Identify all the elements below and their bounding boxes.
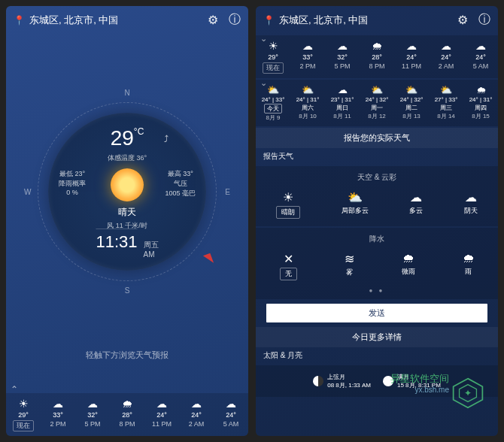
current-temp: 29°C	[111, 126, 144, 150]
low-temp: 最低 23° 降雨概率 0 %	[59, 169, 86, 198]
precip-icon: 🌧	[402, 252, 415, 265]
sky-icon: ☁	[464, 190, 478, 204]
cardinal-e: E	[225, 188, 230, 196]
header: 📍 东城区, 北京市, 中国 ⚙ ⓘ	[256, 6, 498, 34]
daily-item[interactable]: ☁23° | 31°周日8月 11	[325, 84, 360, 122]
hourly-item[interactable]: ☁24°5 AM	[214, 398, 248, 431]
sky-icon: ⛅	[342, 190, 369, 204]
phone-right: 📍 东城区, 北京市, 中国 ⚙ ⓘ ⌄ ☀29°现在☁33°2 PM☁32°5…	[256, 6, 498, 436]
hourly-forecast-left[interactable]: ⌃ ☀29°现在☁33°2 PM☁32°5 PM🌧28°8 PM☁24°11 P…	[6, 393, 248, 436]
hourly-item[interactable]: ☁24°2 AM	[179, 398, 214, 431]
sunmoon-title: 太阳 & 月亮	[256, 347, 498, 364]
daily-section[interactable]: ⌄ ⛅24° | 33°今天8月 9⛅24° | 31°周六8月 10☁23° …	[256, 80, 498, 126]
daily-item[interactable]: ⛅24° | 31°周六8月 10	[290, 84, 325, 122]
hourly-item[interactable]: ☀29°现在	[256, 40, 290, 74]
hourly-section[interactable]: ⌄ ☀29°现在☁33°2 PM☁32°5 PM🌧28°8 PM☁24°11 P…	[256, 35, 498, 78]
sun-icon	[111, 168, 144, 201]
compass-widget: N S E W 29°C ⤴ 体感温度 36° 最低 23° 降雨概率 0 % …	[6, 71, 248, 312]
precip-icon: ≋	[345, 252, 354, 266]
send-button[interactable]: 发送	[266, 304, 487, 322]
report-title: 报告天气	[256, 148, 498, 165]
precip-label: 降水	[256, 234, 498, 244]
weather-icon: ☁	[214, 398, 248, 410]
moon-icon	[313, 376, 323, 386]
precip-section: 降水 ✕无≋雾🌧微雨🌧雨 ● ●	[256, 228, 498, 299]
hourly-item[interactable]: ☁24°11 PM	[144, 398, 179, 431]
weather-icon: ☀	[6, 398, 41, 410]
location-title[interactable]: 东城区, 北京市, 中国	[29, 14, 197, 27]
sky-option[interactable]: ☁阴天	[464, 190, 478, 219]
daily-forecast: ⛅24° | 33°今天8月 9⛅24° | 31°周六8月 10☁23° | …	[256, 83, 498, 123]
hourly-item[interactable]: 🌧28°8 PM	[110, 398, 144, 431]
daily-item[interactable]: 🌧24° | 31°周四8月 15	[463, 84, 498, 122]
sky-section: 天空 & 云彩 ☀晴朗⛅局部多云☁多云☁阴天	[256, 166, 498, 226]
condition-text: 晴天	[118, 206, 136, 219]
phone-left: 📍 东城区, 北京市, 中国 ⚙ ⓘ N S E W 29°C ⤴ 体感温度 3…	[6, 6, 248, 436]
hourly-item[interactable]: ☁33°2 PM	[290, 40, 325, 74]
compass-dial[interactable]: N S E W 29°C ⤴ 体感温度 36° 最低 23° 降雨概率 0 % …	[48, 113, 206, 271]
weather-icon: ☁	[290, 40, 325, 52]
high-temp: 最高 33° 气压 1005 毫巴	[165, 169, 196, 198]
share-icon[interactable]: ⤴	[164, 134, 169, 144]
weather-icon: 🌧	[110, 398, 144, 410]
info-icon[interactable]: ⓘ	[478, 12, 490, 28]
precip-options: ✕无≋雾🌧微雨🌧雨	[256, 247, 498, 285]
daily-item[interactable]: ⛅24° | 32°周二8月 13	[394, 84, 429, 122]
watermark-text: 异星软件空间 yx.bsh.me	[390, 372, 449, 394]
weather-icon: ☁	[429, 40, 463, 52]
weather-icon: ☁	[325, 84, 360, 95]
precip-option[interactable]: ✕无	[280, 252, 297, 280]
sky-icon: ☀	[276, 190, 300, 204]
weather-icon: ☁	[41, 398, 75, 410]
precip-option[interactable]: ≋雾	[345, 252, 354, 280]
sky-icon: ☁	[409, 190, 423, 204]
chevron-down-icon[interactable]: ⌄	[260, 34, 267, 44]
hourly-item[interactable]: ☁24°2 AM	[429, 40, 463, 74]
cardinal-w: W	[24, 188, 31, 196]
hourly-item[interactable]: ☁32°5 PM	[325, 40, 360, 74]
daily-item[interactable]: ⛅27° | 33°周三8月 14	[429, 84, 463, 122]
daily-item[interactable]: ⛅24° | 33°今天8月 9	[256, 84, 290, 122]
hourly-item[interactable]: ☁33°2 PM	[41, 398, 75, 431]
precip-option[interactable]: 🌧雨	[463, 252, 475, 280]
sky-option[interactable]: ☁多云	[409, 190, 423, 219]
location-title[interactable]: 东城区, 北京市, 中国	[279, 14, 447, 27]
location-icon: 📍	[263, 15, 275, 26]
report-banner[interactable]: 报告您的实际天气	[256, 128, 498, 148]
settings-icon[interactable]: ⚙	[208, 13, 218, 27]
moon-phase: 上弦月08 8月, 1:33 AM	[313, 373, 371, 389]
weather-icon: ⛅	[429, 84, 463, 95]
sky-option[interactable]: ⛅局部多云	[342, 190, 369, 219]
watermark-logo: ✦	[451, 377, 484, 410]
weather-icon: ⛅	[394, 84, 429, 95]
weather-icon: ☁	[394, 40, 429, 52]
chevron-up-icon[interactable]: ⌃	[11, 384, 18, 395]
weather-icon: ☁	[463, 40, 498, 52]
hourly-item[interactable]: ☁24°5 AM	[463, 40, 498, 74]
weather-icon: ☁	[179, 398, 214, 410]
header: 📍 东城区, 北京市, 中国 ⚙ ⓘ	[6, 6, 248, 34]
precip-option[interactable]: 🌧微雨	[402, 252, 415, 280]
weather-icon: ⛅	[360, 84, 394, 95]
weather-icon: ⛅	[290, 84, 325, 95]
hourly-item[interactable]: ☁32°5 PM	[75, 398, 110, 431]
sky-options: ☀晴朗⛅局部多云☁多云☁阴天	[256, 186, 498, 223]
wind-direction-arrow	[203, 253, 214, 266]
sky-label: 天空 & 云彩	[256, 172, 498, 183]
sky-option[interactable]: ☀晴朗	[276, 190, 300, 219]
weather-icon: 🌧	[463, 84, 498, 95]
chevron-down-icon[interactable]: ⌄	[260, 78, 267, 88]
hourly-item[interactable]: 🌧28°8 PM	[360, 40, 394, 74]
feels-like: 体感温度 36°	[108, 153, 147, 163]
weather-icon: ☁	[325, 40, 360, 52]
info-icon[interactable]: ⓘ	[229, 12, 241, 28]
time-display: 11:31 周五AM	[96, 229, 158, 259]
hourly-item[interactable]: ☀29°现在	[6, 398, 41, 431]
weather-icon: ☁	[75, 398, 110, 410]
hourly-item[interactable]: ☁24°11 PM	[394, 40, 429, 74]
svg-text:✦: ✦	[464, 388, 472, 398]
settings-icon[interactable]: ⚙	[457, 13, 468, 27]
daily-item[interactable]: ⛅24° | 32°周一8月 12	[360, 84, 394, 122]
more-today[interactable]: 今日更多详情	[256, 327, 498, 347]
hourly-forecast-right: ☀29°现在☁33°2 PM☁32°5 PM🌧28°8 PM☁24°11 PM☁…	[256, 38, 498, 75]
